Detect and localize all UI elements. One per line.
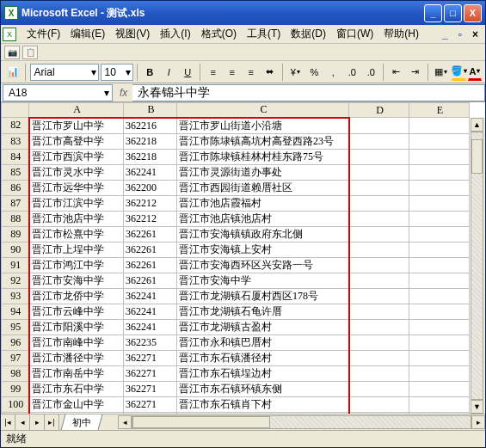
row-header[interactable]: 92 [2,273,29,288]
tab-last-button[interactable]: ▸| [45,414,59,430]
cell[interactable]: 晋江市阳溪中学 [29,319,124,334]
cell[interactable] [349,133,409,149]
cell[interactable]: 362261 [124,273,177,288]
increase-decimal-button[interactable]: .0 [343,64,360,81]
cell[interactable]: 晋江市上埕中学 [29,242,124,257]
cell[interactable]: 晋江市松熹中学 [29,226,124,242]
cell[interactable]: 362271 [124,381,177,396]
cell[interactable]: 晋江市远华中学 [29,180,124,195]
cell[interactable]: 362212 [124,211,177,226]
align-center-button[interactable]: ≡ [224,64,241,81]
cell[interactable] [409,334,470,350]
close-doc-button[interactable]: × [467,28,483,40]
cell[interactable]: 晋江市金山中学 [29,396,124,412]
scroll-left-button[interactable]: ◂ [118,415,132,429]
col-header-B[interactable]: B [124,103,177,118]
cell[interactable]: 晋江市东石镇环镇东侧 [177,381,349,396]
cell[interactable] [349,396,409,412]
cell[interactable] [349,226,409,242]
italic-button[interactable]: I [160,64,177,81]
menu-edit[interactable]: 编辑(E) [65,25,110,43]
cell[interactable]: 晋江市永和镇巴厝村 [177,334,349,350]
cell[interactable] [409,149,470,164]
cell[interactable]: 晋江市高登中学 [29,133,124,149]
row-header[interactable]: 97 [2,350,29,365]
cell[interactable]: 晋江市罗山街道小沿塘 [177,118,349,134]
cell[interactable]: 晋江市龙侨中学 [29,288,124,304]
row-header[interactable]: 83 [2,133,29,149]
paste-icon[interactable]: 📋 [22,46,38,59]
cell[interactable]: 362241 [124,164,177,180]
currency-button[interactable]: ¥ [286,64,304,81]
row-header[interactable]: 95 [2,319,29,334]
cell[interactable]: 晋江市鸿江中学 [29,257,124,273]
cell[interactable] [349,149,409,164]
cell[interactable]: 晋江市东石镇潘径村 [177,350,349,365]
cell[interactable]: 晋江市灵水中学 [29,164,124,180]
font-color-button[interactable]: A [468,64,482,81]
cell[interactable]: 362261 [124,242,177,257]
cell[interactable] [349,257,409,273]
cell[interactable] [409,118,470,134]
merge-button[interactable]: ⬌ [261,64,279,81]
col-header-A[interactable]: A [29,103,124,118]
row-header[interactable]: 90 [2,242,29,257]
menu-window[interactable]: 窗口(W) [331,25,378,43]
cell[interactable]: 362271 [124,365,177,381]
underline-button[interactable]: U [179,64,196,81]
increase-indent-button[interactable]: ⇥ [407,64,424,81]
cell[interactable] [409,242,470,257]
row-header[interactable]: 94 [2,304,29,319]
col-header-E[interactable]: E [409,103,470,118]
cell[interactable]: 晋江市陈埭镇桂林村桂东路75号 [177,149,349,164]
menu-data[interactable]: 数据(D) [286,25,331,43]
cell[interactable]: 362241 [124,319,177,334]
cell[interactable] [409,180,470,195]
cell[interactable]: 晋江市安海中学 [29,273,124,288]
cell[interactable] [349,365,409,381]
cell[interactable] [349,304,409,319]
cell[interactable] [349,381,409,396]
horizontal-scrollbar[interactable]: ◂ ▸ [118,414,485,430]
cell[interactable] [409,288,470,304]
cell[interactable] [349,273,409,288]
font-size-select[interactable]: 10 [101,64,133,81]
hscroll-thumb[interactable] [132,416,270,428]
sheet-tab-active[interactable]: 初中 [61,414,103,430]
comma-button[interactable]: , [324,64,341,81]
cell[interactable]: 晋江市东石中学 [29,381,124,396]
col-header-C[interactable]: C [177,103,349,118]
cell[interactable]: 晋江市安海镇镇政府东北侧 [177,226,349,242]
cell[interactable]: 晋江市云峰中学 [29,304,124,319]
cell[interactable] [349,350,409,365]
menu-view[interactable]: 视图(V) [110,25,155,43]
decrease-indent-button[interactable]: ⇤ [388,64,405,81]
cell[interactable]: 362261 [124,257,177,273]
row-header[interactable]: 82 [2,118,29,134]
cell[interactable] [409,164,470,180]
row-header[interactable]: 86 [2,180,29,195]
menu-file[interactable]: 文件(F) [22,25,65,43]
cell[interactable]: 晋江市西园街道赖厝社区 [177,180,349,195]
hscroll-track[interactable] [132,415,471,429]
row-header[interactable]: 99 [2,381,29,396]
cell[interactable] [409,257,470,273]
cell[interactable]: 362235 [124,334,177,350]
maximize-button[interactable]: □ [444,4,462,22]
cell[interactable]: 362271 [124,350,177,365]
menu-help[interactable]: 帮助(H) [378,25,424,43]
cell[interactable]: 晋江市罗山中学 [29,118,124,134]
cell[interactable]: 晋江市池店霞福村 [177,195,349,211]
restore-doc-button[interactable]: ▫ [453,28,467,40]
close-button[interactable]: X [464,4,482,22]
minimize-button[interactable]: _ [424,4,442,22]
vscroll-track[interactable] [471,132,483,400]
cell[interactable] [409,381,470,396]
cell[interactable]: 晋江市安海西环区兴安路一号 [177,257,349,273]
cell[interactable]: 362216 [124,118,177,134]
cell[interactable] [349,334,409,350]
cell[interactable]: 晋江市陈埭镇高坑村高登西路23号 [177,133,349,149]
tab-prev-button[interactable]: ◂ [15,414,30,430]
row-header[interactable]: 96 [2,334,29,350]
cell[interactable] [409,319,470,334]
